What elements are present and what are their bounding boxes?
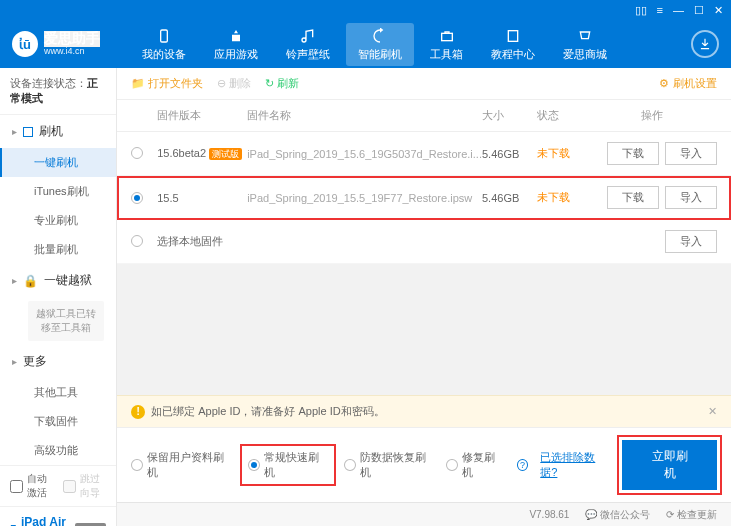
sidebar-item-advanced[interactable]: 高级功能 (0, 436, 116, 465)
tablet-icon: ▯ (10, 522, 17, 526)
lock-icon[interactable]: ≡ (657, 4, 663, 16)
svg-rect-1 (441, 33, 452, 40)
opt-anti-recovery[interactable]: 防数据恢复刷机 (344, 450, 434, 480)
sidebar-item-batch-flash[interactable]: 批量刷机 (0, 235, 116, 264)
firmware-row[interactable]: 15.6beta2测试版 iPad_Spring_2019_15.6_19G50… (117, 132, 731, 176)
sidebar-item-other-tools[interactable]: 其他工具 (0, 378, 116, 407)
maximize-icon[interactable]: ☐ (694, 4, 704, 17)
book-icon (504, 27, 522, 45)
sidebar-item-pro-flash[interactable]: 专业刷机 (0, 206, 116, 235)
table-header: 固件版本 固件名称 大小 状态 操作 (117, 99, 731, 132)
delete-button: ⊖ 删除 (217, 76, 251, 91)
skip-guide-checkbox[interactable]: 跳过向导 (63, 472, 106, 500)
toolbox-icon (438, 27, 456, 45)
check-update-link[interactable]: ⟳ 检查更新 (666, 508, 717, 522)
minimize-icon[interactable]: — (673, 4, 684, 16)
radio-icon[interactable] (131, 235, 143, 247)
firmware-row-selected[interactable]: 15.5 iPad_Spring_2019_15.5_19F77_Restore… (117, 176, 731, 220)
svg-rect-0 (161, 30, 168, 42)
wechat-link[interactable]: 💬 微信公众号 (585, 508, 650, 522)
close-icon[interactable]: ✕ (714, 4, 723, 17)
flash-now-button[interactable]: 立即刷机 (622, 440, 717, 490)
nav-ringtone[interactable]: 铃声壁纸 (274, 23, 342, 66)
import-button[interactable]: 导入 (665, 230, 717, 253)
import-button[interactable]: 导入 (665, 142, 717, 165)
nav-toolbox[interactable]: 工具箱 (418, 23, 475, 66)
group-jailbreak[interactable]: ▸ 🔒 一键越狱 (0, 264, 116, 297)
sidebar-item-download-firmware[interactable]: 下载固件 (0, 407, 116, 436)
caret-icon: ▸ (12, 356, 17, 367)
caret-icon: ▸ (12, 275, 17, 286)
lock-icon: 🔒 (23, 274, 38, 288)
local-firmware-row[interactable]: 选择本地固件 导入 (117, 220, 731, 264)
beta-badge: 测试版 (209, 148, 242, 160)
group-flash[interactable]: ▸ 刷机 (0, 115, 116, 148)
cart-icon (576, 27, 594, 45)
phone-icon (155, 27, 173, 45)
import-button[interactable]: 导入 (665, 186, 717, 209)
warning-icon: ! (131, 405, 145, 419)
help-icon[interactable]: ? (517, 459, 529, 471)
jailbreak-note: 越狱工具已转移至工具箱 (28, 301, 104, 341)
refresh-button[interactable]: ↻ 刷新 (265, 76, 299, 91)
nav-device[interactable]: 我的设备 (130, 23, 198, 66)
download-button[interactable]: 下载 (607, 142, 659, 165)
logo-icon: ἰū (12, 31, 38, 57)
sidebar-item-itunes-flash[interactable]: iTunes刷机 (0, 177, 116, 206)
caret-icon: ▸ (12, 126, 17, 137)
group-more[interactable]: ▸ 更多 (0, 345, 116, 378)
flash-settings-button[interactable]: ⚙ 刷机设置 (659, 76, 717, 91)
device-info[interactable]: ▯ iPad Air 3 64GB iPad (0, 506, 116, 526)
brand-name: 爱思助手 (44, 31, 100, 46)
warning-bar: ! 如已绑定 Apple ID，请准备好 Apple ID和密码。 ✕ (117, 395, 731, 427)
refresh-icon (371, 27, 389, 45)
svg-rect-2 (508, 30, 517, 41)
auto-activate-checkbox[interactable]: 自动激活 (10, 472, 53, 500)
open-folder-button[interactable]: 📁 打开文件夹 (131, 76, 203, 91)
app-logo: ἰū 爱思助手 www.i4.cn (12, 31, 100, 57)
version-label: V7.98.61 (529, 509, 569, 520)
download-manager-icon[interactable] (691, 30, 719, 58)
radio-icon[interactable] (131, 147, 143, 159)
brand-sub: www.i4.cn (44, 47, 100, 57)
menu-icon[interactable]: ▯▯ (635, 4, 647, 17)
nav-apps[interactable]: 应用游戏 (202, 23, 270, 66)
main-panel: 📁 打开文件夹 ⊖ 删除 ↻ 刷新 ⚙ 刷机设置 固件版本 固件名称 大小 状态… (117, 68, 731, 526)
opt-repair[interactable]: 修复刷机 (446, 450, 504, 480)
status-bar: V7.98.61 💬 微信公众号 ⟳ 检查更新 (117, 502, 731, 526)
nav-tutorial[interactable]: 教程中心 (479, 23, 547, 66)
nav-store[interactable]: 爱思商城 (551, 23, 619, 66)
radio-icon[interactable] (131, 192, 143, 204)
music-icon (299, 27, 317, 45)
sidebar-item-one-click-flash[interactable]: 一键刷机 (0, 148, 116, 177)
nav-flash[interactable]: 智能刷机 (346, 23, 414, 66)
exclude-data-link[interactable]: 已选排除数据? (540, 450, 610, 480)
opt-normal-fast[interactable]: 常规快速刷机 (244, 448, 332, 482)
connection-status: 设备连接状态：正常模式 (0, 68, 116, 115)
apps-icon (227, 27, 245, 45)
close-warning-icon[interactable]: ✕ (708, 405, 717, 418)
opt-keep-data[interactable]: 保留用户资料刷机 (131, 450, 232, 480)
sidebar: 设备连接状态：正常模式 ▸ 刷机 一键刷机 iTunes刷机 专业刷机 批量刷机… (0, 68, 117, 526)
download-button[interactable]: 下载 (607, 186, 659, 209)
main-nav: 我的设备 应用游戏 铃声壁纸 智能刷机 工具箱 教程中心 爱思商城 (130, 23, 691, 66)
flash-group-icon (23, 127, 33, 137)
